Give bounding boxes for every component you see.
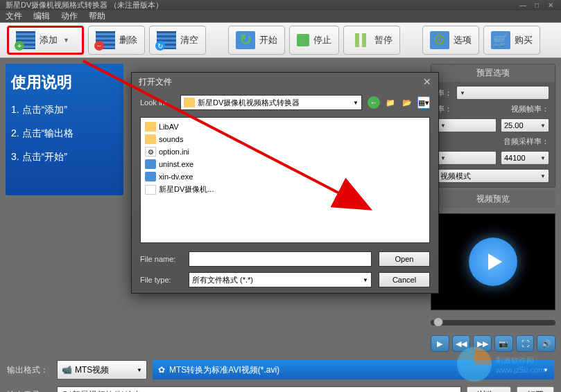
instructions-title: 使用说明	[11, 72, 118, 93]
exe-icon	[145, 172, 156, 181]
left-panel: 使用说明 1. 点击“添加” 2. 点击“输出格 3. 点击“开始”	[6, 64, 123, 352]
audio-rate-select[interactable]: 44100	[501, 151, 549, 165]
new-folder-icon[interactable]: 📂	[401, 96, 413, 109]
fps-select[interactable]: 25.00	[501, 118, 549, 132]
dialog-title-text: 打开文件	[139, 76, 172, 88]
file-item[interactable]: ⚙option.ini	[144, 145, 426, 158]
ini-icon: ⚙	[145, 147, 156, 157]
preset-title: 预置选项	[431, 64, 555, 82]
instruction-step-1: 1. 点击“添加”	[11, 104, 118, 116]
clear-icon: ↻	[157, 31, 176, 49]
file-item[interactable]: sounds	[144, 133, 426, 145]
dialog-titlebar: 打开文件 ✕	[132, 73, 438, 91]
file-open-dialog: 打开文件 ✕ Look in: 新星DV摄像机视频格式转换器 ← 📁 📂 ▦▾ …	[131, 72, 439, 294]
filename-label: File name:	[140, 255, 182, 263]
audio-rate-label: 音频采样率：	[503, 136, 549, 147]
filename-input[interactable]	[189, 251, 372, 267]
filetype-select[interactable]: 所有文件格式 (*.*)	[189, 272, 372, 287]
delete-button[interactable]: − 删除	[88, 26, 145, 55]
dialog-bottom: File name: Open File type: 所有文件格式 (*.*) …	[132, 246, 438, 293]
right-panel: 预置选项 率： 率： 视频帧率： 25.00	[431, 64, 555, 352]
folder-icon	[184, 98, 195, 107]
file-item[interactable]: xin-dv.exe	[144, 170, 426, 183]
buy-button[interactable]: 购买	[483, 26, 540, 55]
audio-select[interactable]	[437, 151, 497, 165]
menu-edit[interactable]: 编辑	[33, 10, 50, 22]
add-icon: +	[16, 31, 35, 49]
clear-button[interactable]: ↻ 清空	[149, 26, 206, 55]
watermark: 刺激软件网 www.jz5u.com	[457, 344, 554, 385]
toolbar: + 添加 ▼ − 删除 ↻ 清空 开始 停止 暂停 选项	[0, 22, 561, 58]
play-icon[interactable]	[469, 238, 517, 286]
add-button[interactable]: + 添加 ▼	[7, 26, 84, 55]
menu-file[interactable]: 文件	[6, 10, 22, 22]
options-button[interactable]: 选项	[422, 26, 479, 55]
gear-icon	[430, 31, 449, 49]
pause-button[interactable]: 暂停	[343, 26, 400, 55]
instruction-step-3: 3. 点击“开始”	[11, 151, 118, 163]
file-item[interactable]: 新星DV摄像机...	[144, 183, 426, 196]
close-button[interactable]: ✕	[546, 1, 555, 10]
format-label: 输出格式：	[7, 364, 51, 376]
instructions-panel: 使用说明 1. 点击“添加” 2. 点击“输出格 3. 点击“开始”	[6, 64, 123, 195]
instruction-step-2: 2. 点击“输出格	[11, 127, 118, 140]
cart-icon	[491, 31, 510, 49]
stop-button[interactable]: 停止	[289, 26, 339, 55]
format-select[interactable]: 📹 MTS视频	[57, 360, 147, 380]
window-title: 新星DV摄像机视频格式转换器 （未注册版本）	[6, 0, 163, 10]
start-button[interactable]: 开始	[228, 26, 285, 55]
browse-button[interactable]: 浏览...	[467, 386, 511, 392]
video-preview	[431, 213, 555, 310]
filetype-label: File type:	[140, 276, 182, 284]
up-folder-icon[interactable]: 📁	[384, 96, 397, 109]
exe-icon	[145, 159, 156, 169]
video-mode-select[interactable]: 视频模式	[437, 169, 549, 183]
folder-icon	[145, 134, 156, 144]
lookin-label: Look in:	[140, 98, 175, 107]
output-dir-input[interactable]: C:\新星视频软件\输出	[57, 386, 461, 392]
titlebar: 新星DV摄像机视频格式转换器 （未注册版本） — □ ✕	[0, 0, 561, 10]
window-controls: — □ ✕	[518, 1, 555, 10]
rate-select[interactable]	[456, 86, 549, 100]
rate-label-2: 率：	[437, 104, 452, 114]
player-play-button[interactable]: ▶	[431, 335, 449, 352]
output-dir-label: 输出目录：	[7, 389, 51, 393]
dialog-open-button[interactable]: Open	[379, 251, 430, 267]
chevron-down-icon: ▼	[63, 37, 69, 44]
dialog-close-button[interactable]: ✕	[423, 76, 431, 87]
file-item[interactable]: LibAV	[144, 121, 426, 133]
output-row: 输出目录： C:\新星视频软件\输出 浏览... 打开	[7, 386, 554, 392]
menu-action[interactable]: 动作	[61, 10, 78, 22]
rate-select-2[interactable]	[437, 118, 497, 132]
menu-help[interactable]: 帮助	[89, 10, 105, 22]
back-icon[interactable]: ←	[368, 96, 380, 109]
view-mode-icon[interactable]: ▦▾	[417, 96, 430, 109]
dialog-nav-icons: ← 📁 📂 ▦▾	[368, 96, 430, 109]
file-item[interactable]: uninst.exe	[144, 158, 426, 170]
open-output-button[interactable]: 打开	[517, 386, 554, 392]
minimize-button[interactable]: —	[518, 1, 528, 10]
dialog-cancel-button[interactable]: Cancel	[379, 272, 430, 287]
stop-icon	[297, 34, 309, 46]
lookin-select[interactable]: 新星DV摄像机视频格式转换器	[180, 95, 362, 110]
seek-slider[interactable]	[431, 320, 555, 326]
file-list[interactable]: LibAV sounds ⚙option.ini uninst.exe xin-…	[140, 117, 430, 243]
rate-label: 率：	[437, 88, 452, 98]
maximize-button[interactable]: □	[532, 1, 542, 10]
preset-group: 预置选项 率： 率： 视频帧率： 25.00	[431, 64, 555, 188]
convert-icon: ✿	[158, 365, 165, 375]
folder-icon	[145, 122, 156, 132]
preview-title: 视频预览	[431, 190, 555, 208]
fps-label: 视频帧率：	[511, 104, 549, 114]
delete-icon: −	[96, 31, 115, 49]
start-icon	[236, 31, 255, 49]
watermark-logo-icon	[457, 347, 492, 382]
pause-icon	[351, 31, 370, 49]
dialog-lookin-row: Look in: 新星DV摄像机视频格式转换器 ← 📁 📂 ▦▾	[132, 91, 438, 114]
file-icon	[145, 185, 156, 195]
menubar: 文件 编辑 动作 帮助	[0, 10, 561, 22]
camera-icon: 📹	[62, 365, 72, 375]
